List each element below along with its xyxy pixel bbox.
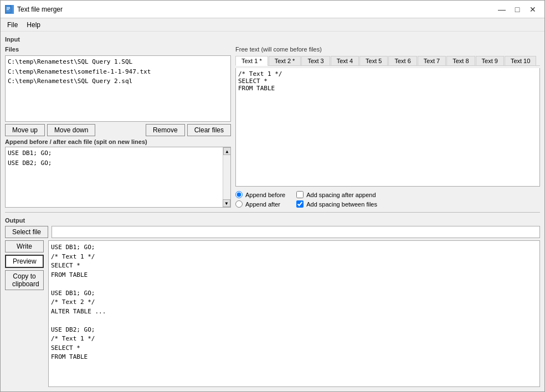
output-line-8: ALTER TABLE ... — [51, 307, 537, 317]
radio-append-before-label: Append before — [245, 192, 285, 198]
check-spacing-between-input[interactable] — [296, 200, 304, 208]
window-controls: — □ ✕ — [495, 3, 540, 16]
tabs-row: Text 1 * Text 2 * Text 3 Text 4 Text 5 T… — [235, 56, 540, 66]
menu-file[interactable]: File — [3, 20, 22, 30]
output-line-1: USE DB1; GO; — [51, 243, 537, 252]
tab-text9[interactable]: Text 9 — [476, 56, 504, 65]
move-up-button[interactable]: Move up — [5, 124, 45, 136]
move-down-button[interactable]: Move down — [47, 124, 95, 136]
radio-append-after[interactable]: Append after — [235, 200, 285, 208]
check-column: Add spacing after append Add spacing bet… — [296, 191, 377, 208]
append-line-1: USE DB1; GO; — [8, 148, 220, 158]
free-text-line-3: FROM TABLE — [238, 85, 537, 92]
output-section: Output Select file Write Preview Copy to… — [5, 217, 540, 387]
file-item-3[interactable]: C:\temp\Renametest\SQL Query 2.sql — [8, 76, 228, 86]
output-line-7: /* Text 2 */ — [51, 298, 537, 307]
output-area-wrapper: Write Preview Copy to clipboard USE DB1;… — [5, 240, 540, 387]
close-button[interactable]: ✕ — [526, 3, 540, 16]
radio-column: Append before Append after — [235, 191, 285, 208]
top-section: Files C:\temp\Renametest\SQL Query 1.SQL… — [5, 46, 540, 208]
preview-button[interactable]: Preview — [5, 255, 44, 268]
copy-clipboard-button[interactable]: Copy to clipboard — [5, 270, 44, 290]
svg-rect-0 — [6, 6, 11, 13]
output-line-3: SELECT * — [51, 261, 537, 271]
file-item-2[interactable]: C:\temp\Renametest\somefile-1-1-947.txt — [8, 67, 228, 77]
file-item-1[interactable]: C:\temp\Renametest\SQL Query 1.SQL — [8, 57, 228, 67]
output-line-13: FROM TABLE — [51, 353, 537, 362]
svg-rect-1 — [7, 7, 10, 8]
tab-text5[interactable]: Text 5 — [359, 56, 388, 65]
files-list[interactable]: C:\temp\Renametest\SQL Query 1.SQL C:\te… — [5, 55, 231, 122]
output-line-6: USE DB1; GO; — [51, 289, 537, 298]
output-text-area[interactable]: USE DB1; GO; /* Text 1 */ SELECT * FROM … — [48, 240, 540, 387]
output-line-12: SELECT * — [51, 344, 537, 353]
content-area: Input Files C:\temp\Renametest\SQL Query… — [1, 32, 544, 391]
remove-button[interactable]: Remove — [146, 124, 185, 136]
append-options: Append before Append after Add spacing a… — [235, 191, 540, 208]
output-buttons: Write Preview Copy to clipboard — [5, 240, 44, 387]
append-section: Append before / after each file (spit on… — [5, 138, 231, 208]
append-scrollbar[interactable]: ▲ ▼ — [223, 147, 230, 207]
free-text-label: Free text (will come before files) — [235, 46, 540, 53]
append-box[interactable]: USE DB1; GO; USE DB2; GO; ▲ ▼ — [5, 147, 231, 208]
tab-text3[interactable]: Text 3 — [301, 56, 330, 65]
clear-files-button[interactable]: Clear files — [187, 124, 231, 136]
output-label: Output — [5, 217, 540, 224]
tab-text8[interactable]: Text 8 — [446, 56, 475, 65]
check-spacing-between-label: Add spacing between files — [306, 201, 377, 208]
output-line-10: USE DB2; GO; — [51, 326, 537, 335]
select-file-button[interactable]: Select file — [5, 226, 48, 238]
check-spacing-after-label: Add spacing after append — [306, 192, 376, 198]
tab-text2[interactable]: Text 2 * — [269, 56, 301, 65]
app-icon — [5, 5, 14, 14]
files-label: Files — [5, 46, 231, 53]
tab-text1[interactable]: Text 1 * — [235, 56, 268, 66]
radio-append-before[interactable]: Append before — [235, 191, 285, 198]
left-panel: Files C:\temp\Renametest\SQL Query 1.SQL… — [5, 46, 231, 208]
write-button[interactable]: Write — [5, 240, 44, 252]
title-bar: Text file merger — □ ✕ — [1, 1, 544, 18]
maximize-button[interactable]: □ — [510, 3, 525, 16]
radio-append-before-input[interactable] — [235, 191, 243, 198]
window-title: Text file merger — [17, 6, 495, 13]
check-spacing-between[interactable]: Add spacing between files — [296, 200, 377, 208]
free-text-line-2: SELECT * — [238, 78, 537, 85]
tab-text7[interactable]: Text 7 — [418, 56, 446, 65]
output-file-path[interactable] — [52, 226, 540, 238]
tab-text6[interactable]: Text 6 — [388, 56, 417, 65]
section-divider — [5, 212, 540, 213]
output-line-4: FROM TABLE — [51, 271, 537, 280]
svg-rect-2 — [7, 8, 10, 9]
free-text-content[interactable]: /* Text 1 */ SELECT * FROM TABLE — [235, 68, 540, 187]
menu-help[interactable]: Help — [22, 20, 45, 30]
radio-append-after-input[interactable] — [235, 200, 243, 208]
file-buttons: Move up Move down Remove Clear files — [5, 124, 231, 136]
minimize-button[interactable]: — — [495, 3, 509, 16]
right-panel: Free text (will come before files) Text … — [235, 46, 540, 208]
output-line-5 — [51, 280, 537, 289]
append-label: Append before / after each file (spit on… — [5, 138, 231, 145]
append-line-2: USE DB2; GO; — [8, 158, 220, 168]
output-line-11: /* Text 1 */ — [51, 334, 537, 344]
check-spacing-after-input[interactable] — [296, 191, 304, 198]
menu-bar: File Help — [1, 18, 544, 32]
check-spacing-after[interactable]: Add spacing after append — [296, 191, 377, 198]
svg-rect-3 — [7, 9, 9, 10]
input-section-label: Input — [5, 36, 540, 43]
tab-text4[interactable]: Text 4 — [331, 56, 359, 65]
output-line-9 — [51, 316, 537, 326]
radio-append-after-label: Append after — [245, 201, 280, 208]
free-text-line-1: /* Text 1 */ — [238, 70, 537, 78]
tab-text10[interactable]: Text 10 — [505, 56, 536, 65]
output-line-2: /* Text 1 */ — [51, 252, 537, 262]
main-window: Text file merger — □ ✕ File Help Input F… — [0, 0, 545, 392]
select-file-row: Select file — [5, 226, 540, 238]
